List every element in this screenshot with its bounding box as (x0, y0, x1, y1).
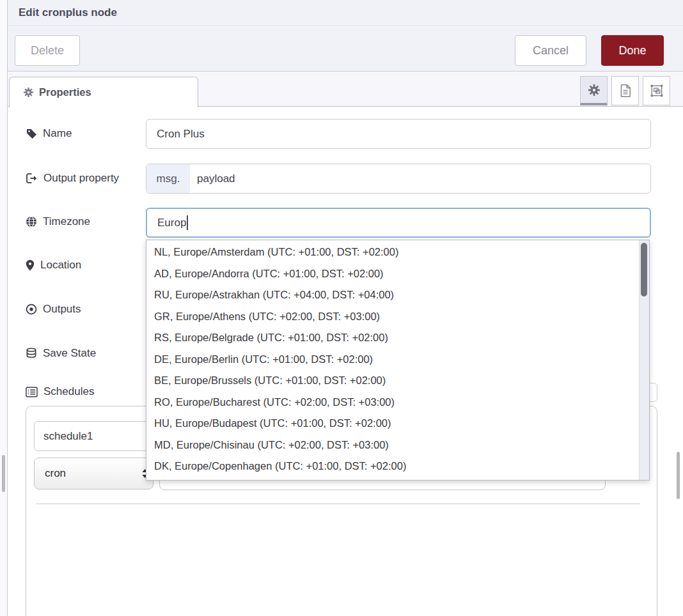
schedule-divider (36, 504, 640, 504)
save-state-label-row: Save State (26, 345, 96, 362)
timezone-option[interactable]: IE, Europe/Dublin (UTC: +00:00, DST: +01… (146, 477, 639, 481)
globe-icon (26, 216, 37, 227)
timezone-dropdown: NL, Europe/Amsterdam (UTC: +01:00, DST: … (146, 240, 650, 481)
name-label: Name (43, 127, 72, 140)
timezone-option[interactable]: RS, Europe/Belgrade (UTC: +01:00, DST: +… (146, 327, 639, 349)
save-state-label: Save State (43, 347, 96, 360)
outputs-label-row: Outputs (26, 301, 81, 318)
output-property-label-row: Output property (26, 170, 119, 187)
timezone-input[interactable]: Europ (146, 208, 651, 238)
workspace-scrollbar-thumb[interactable] (2, 455, 5, 492)
location-label: Location (40, 259, 81, 272)
dialog-header: Edit cronplus node (8, 0, 683, 26)
tag-icon (26, 128, 37, 139)
gear-icon (24, 88, 33, 97)
timezone-option-list: NL, Europe/Amsterdam (UTC: +01:00, DST: … (146, 242, 639, 481)
dialog-toolbar: Delete Cancel Done (8, 27, 683, 72)
properties-form: Name Cron Plus Output property msg. payl… (8, 107, 683, 616)
workspace-edge (0, 0, 8, 616)
dropdown-scrollbar-track[interactable] (639, 240, 649, 480)
properties-tab-button[interactable] (580, 76, 608, 105)
editor-tab-bar: Properties (8, 72, 683, 107)
timezone-label: Timezone (43, 215, 90, 228)
outputs-label: Outputs (43, 303, 81, 316)
timezone-option[interactable]: DK, Europe/Copenhagen (UTC: +01:00, DST:… (146, 456, 639, 477)
timezone-value: Europ (147, 217, 186, 229)
output-property-label: Output property (43, 172, 119, 185)
sign-out-icon (26, 173, 38, 184)
output-property-input[interactable]: msg. payload (146, 164, 651, 194)
schedule-type-select[interactable]: cron (34, 458, 153, 489)
schedules-label: Schedules (43, 385, 94, 398)
document-icon (619, 84, 632, 98)
done-button[interactable]: Done (601, 35, 664, 66)
list-alt-icon (26, 387, 38, 397)
timezone-label-row: Timezone (26, 213, 90, 230)
delete-button[interactable]: Delete (15, 35, 80, 66)
text-caret (187, 215, 188, 230)
timezone-option[interactable]: GR, Europe/Athens (UTC: +02:00, DST: +03… (146, 306, 639, 328)
dialog-scrollbar-thumb[interactable] (677, 452, 680, 499)
dialog-title: Edit cronplus node (19, 6, 117, 19)
output-property-value: payload (190, 173, 235, 185)
timezone-option[interactable]: RO, Europe/Bucharest (UTC: +02:00, DST: … (146, 392, 639, 413)
edit-dialog: Edit cronplus node Delete Cancel Done Pr… (8, 0, 683, 616)
map-marker-icon (26, 259, 35, 271)
tab-properties[interactable]: Properties (9, 77, 198, 107)
dropdown-scrollbar-thumb[interactable] (641, 243, 647, 296)
location-label-row: Location (26, 257, 81, 273)
schedules-label-row: Schedules (26, 383, 94, 400)
edit-node-tray: Edit cronplus node Delete Cancel Done Pr… (0, 0, 683, 616)
timezone-option[interactable]: HU, Europe/Budapest (UTC: +01:00, DST: +… (146, 413, 639, 435)
timezone-option[interactable]: NL, Europe/Amsterdam (UTC: +01:00, DST: … (146, 242, 639, 263)
dot-circle-icon (26, 304, 37, 315)
schedule-name-value: schedule1 (43, 430, 93, 443)
appearance-icon (650, 84, 664, 98)
description-tab-button[interactable] (611, 76, 639, 105)
timezone-option[interactable]: AD, Europe/Andorra (UTC: +01:00, DST: +0… (146, 263, 639, 285)
schedule-type-value: cron (45, 467, 66, 480)
msg-prefix[interactable]: msg. (146, 164, 190, 193)
name-label-row: Name (26, 125, 72, 142)
timezone-option[interactable]: RU, Europe/Astrakhan (UTC: +04:00, DST: … (146, 284, 639, 306)
timezone-option[interactable]: MD, Europe/Chisinau (UTC: +02:00, DST: +… (146, 435, 639, 456)
gear-icon (588, 84, 600, 96)
database-icon (26, 348, 37, 359)
tab-properties-label: Properties (39, 86, 91, 98)
name-input[interactable]: Cron Plus (146, 119, 651, 149)
timezone-option[interactable]: BE, Europe/Brussels (UTC: +01:00, DST: +… (146, 370, 639, 392)
name-value: Cron Plus (146, 128, 205, 141)
cancel-button[interactable]: Cancel (515, 35, 586, 66)
appearance-tab-button[interactable] (643, 76, 670, 105)
timezone-option[interactable]: DE, Europe/Berlin (UTC: +01:00, DST: +02… (146, 349, 639, 371)
